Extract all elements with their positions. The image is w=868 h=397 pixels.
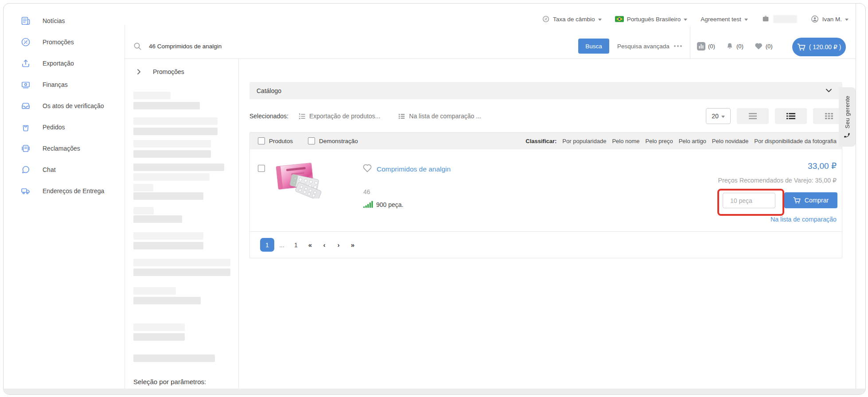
- pagination-ellipsis: ...: [275, 238, 289, 252]
- search-input[interactable]: [148, 43, 531, 50]
- redacted-category-item: [133, 354, 215, 362]
- last-page-button[interactable]: »: [346, 238, 360, 252]
- notifications-count: (0): [736, 43, 743, 50]
- inbox-icon: [20, 101, 31, 111]
- counters-divider: [690, 26, 690, 58]
- sort-label: Classificar:: [525, 138, 557, 144]
- cart-total: ( 120.00 ₽ ): [809, 43, 841, 51]
- money-icon: [20, 79, 31, 90]
- topbar-divider: [125, 58, 856, 59]
- sort-by-popularity[interactable]: Por popularidade: [562, 138, 606, 144]
- next-page-button[interactable]: ›: [331, 238, 346, 252]
- sort-by-article[interactable]: Pelo artigo: [679, 138, 706, 144]
- quantity-input[interactable]: [723, 193, 775, 208]
- prev-page-button[interactable]: ‹: [317, 238, 331, 252]
- sidebar-item-reclamacoes[interactable]: Reclamações: [4, 138, 125, 159]
- redacted-category-item: [133, 163, 224, 171]
- sidebar-item-label: Reclamações: [43, 145, 80, 152]
- favorites-counter[interactable]: (0): [754, 42, 773, 50]
- category-root-label: Promoções: [153, 68, 184, 75]
- vertical-scrollbar[interactable]: [856, 4, 856, 394]
- exchange-rate-icon: [542, 15, 550, 23]
- sort-by-novelty[interactable]: Pelo novidade: [712, 138, 748, 144]
- demo-filter-label: Demonstração: [319, 138, 358, 144]
- sidebar-item-exportacao[interactable]: Exportação: [4, 53, 125, 74]
- chevron-down-icon: [598, 19, 602, 21]
- sidebar-item-pedidos[interactable]: Pedidos: [4, 117, 125, 138]
- redacted-category-item: [133, 215, 182, 223]
- per-page-dropdown[interactable]: 20: [706, 108, 731, 124]
- account-bar: Taxa de câmbio Português Brasileiro Agre…: [542, 12, 849, 27]
- sidebar-item-atos-verificacao[interactable]: Os atos de verificação: [4, 95, 125, 117]
- language-menu[interactable]: Português Brasileiro: [615, 16, 688, 23]
- add-to-compare-link[interactable]: Na lista de comparação: [771, 216, 837, 223]
- favorite-heart-icon[interactable]: [362, 163, 373, 173]
- products-filter[interactable]: Produtos: [258, 137, 293, 144]
- category-root-promocoes[interactable]: Promoções: [136, 68, 184, 75]
- redacted-category-item: [133, 232, 203, 240]
- chevron-down-icon: [684, 19, 687, 21]
- redacted-category-item: [133, 184, 153, 191]
- cart-icon: [797, 43, 806, 51]
- sidebar-item-chat[interactable]: Chat: [4, 159, 125, 180]
- product-list-header: Produtos Demonstração Classificar: Por p…: [250, 132, 842, 149]
- demo-checkbox[interactable]: [308, 137, 315, 144]
- selection-toolbar: Selecionados: Exportação de produtos... …: [249, 108, 842, 124]
- buy-button[interactable]: Comprar: [784, 192, 837, 208]
- list-view-icon: [748, 113, 758, 120]
- comparison-counter[interactable]: (0): [697, 42, 715, 51]
- redacted-category-item: [133, 192, 203, 200]
- sidebar-item-label: Endereços de Entrega: [43, 187, 104, 195]
- page-button[interactable]: 1: [289, 238, 303, 252]
- export-products-action[interactable]: Exportação de produtos...: [298, 113, 380, 120]
- advanced-search[interactable]: Pesquisa avançada: [617, 39, 682, 54]
- view-detailed-button[interactable]: [775, 108, 807, 124]
- product-checkbox[interactable]: [258, 165, 265, 172]
- horizontal-scrollbar[interactable]: [4, 389, 865, 394]
- search-bar: [133, 39, 531, 54]
- organization-item[interactable]: [761, 15, 797, 23]
- stock-amount-label: 900 peça.: [376, 202, 404, 208]
- sidebar-item-label: Chat: [43, 166, 56, 173]
- currency-menu[interactable]: Taxa de câmbio: [542, 15, 602, 23]
- redacted-category-item: [133, 173, 210, 181]
- detailed-view-icon: [786, 113, 796, 120]
- cart-button[interactable]: ( 120.00 ₽ ): [792, 38, 846, 56]
- catalog-header[interactable]: Catálogo: [249, 82, 842, 99]
- first-page-button[interactable]: «: [303, 238, 317, 252]
- redacted-category-item: [133, 259, 230, 266]
- sidebar-item-promocoes[interactable]: Promoções: [4, 31, 125, 53]
- page-button-active[interactable]: 1: [260, 238, 274, 252]
- sidebar-item-enderecos-entrega[interactable]: Endereços de Entrega: [4, 180, 125, 202]
- user-menu[interactable]: Ivan M.: [810, 15, 849, 23]
- sort-by-name[interactable]: Pelo nome: [612, 138, 639, 144]
- bell-icon: [726, 42, 734, 51]
- favorites-count: (0): [766, 43, 773, 50]
- agreement-menu[interactable]: Agreement test: [701, 16, 748, 23]
- briefcase-icon: [761, 15, 770, 23]
- product-image[interactable]: [275, 160, 330, 198]
- sidebar-item-financas[interactable]: Finanças: [4, 74, 125, 95]
- sidebar-item-noticias[interactable]: Notícias: [4, 10, 125, 31]
- recommended-retail-price: Preços Recomendados de Varejo: 35,00 ₽: [718, 177, 837, 184]
- search-button[interactable]: Busca: [578, 39, 609, 54]
- comparison-count: (0): [708, 43, 715, 50]
- product-sku: 46: [363, 188, 370, 195]
- grid-view-icon: [825, 113, 833, 120]
- products-checkbox[interactable]: [258, 137, 265, 144]
- sort-by-price[interactable]: Pelo preço: [646, 138, 673, 144]
- bag-icon: [20, 122, 31, 132]
- chevron-right-icon: [136, 69, 141, 74]
- user-label: Ivan M.: [822, 16, 842, 23]
- notifications-counter[interactable]: (0): [726, 42, 743, 51]
- search-icon: [133, 42, 142, 51]
- sort-by-photo-availability[interactable]: Por disponibilidade da fotografia: [754, 138, 837, 144]
- demo-filter[interactable]: Demonstração: [308, 137, 358, 144]
- chat-icon: [20, 164, 31, 175]
- product-name-link[interactable]: Comprimidos de analgin: [377, 165, 451, 173]
- header-counters: (0) (0) (0): [697, 38, 773, 54]
- compare-list-action[interactable]: Na lista de comparação ...: [398, 113, 481, 120]
- manager-tab[interactable]: Seu gerente: [839, 87, 856, 147]
- product-stock: 900 peça.: [363, 201, 404, 208]
- view-list-button[interactable]: [737, 108, 769, 124]
